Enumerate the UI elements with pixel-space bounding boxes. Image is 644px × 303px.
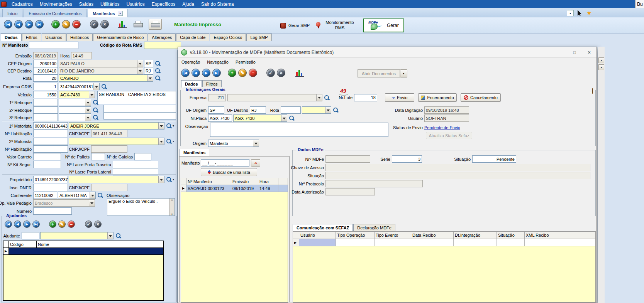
cnpj-cpf2-input[interactable] [91,145,127,153]
manifestos-table-row[interactable]: ▶ SAO/RJO-0000123 08/10/2019 14:49 [181,185,288,192]
status-envio-value[interactable]: Pendente de Envio [424,125,460,130]
mdfe-nav-last-button[interactable]: ▶| [212,69,221,77]
cancelamento-button[interactable]: Cancelamento [461,93,501,102]
cep-origem-cidade-combo[interactable]: SAO PAULO [59,60,143,67]
situacao2-input[interactable] [325,172,590,179]
menu-cadastros[interactable]: Cadastros [8,1,36,8]
print-preview-button[interactable] [149,19,162,30]
ajudantes-cancel-button[interactable]: × [94,221,102,228]
ajudante-combo[interactable] [40,232,114,239]
ajudantes-nav-next-button[interactable]: ▶ [23,221,31,228]
ajudantes-confirm-button[interactable]: ✓ [85,221,92,228]
scroll-down-icon[interactable]: ▼ [171,213,173,215]
kit-segur-input[interactable] [33,161,61,168]
menu-usuarios[interactable]: Usuários [123,1,148,8]
pallets-input[interactable] [91,153,105,160]
codigo-rota-rms-input[interactable] [144,42,181,49]
menu-especificos[interactable]: Específicos [148,1,179,8]
col-nome[interactable]: Nome [37,241,163,247]
reboque2-search-icon[interactable] [92,107,99,113]
reboque1-search-icon[interactable] [92,99,99,106]
uf-origem-input[interactable]: SP [208,106,224,114]
valor-carreto-input[interactable] [33,153,61,160]
conferente-search-icon[interactable] [97,192,103,199]
buscar-de-uma-lista-button[interactable]: Buscar de uma lista [201,168,257,176]
menu-permissao[interactable]: Permissão [232,59,259,66]
mdfe-cancel-button[interactable]: × [277,69,285,77]
abrir-documentos-combo[interactable]: Abrir Documentos [358,69,400,77]
dropdown-arrow-icon[interactable] [90,192,95,199]
rota-mdfe-search-icon[interactable] [332,107,339,113]
envio-button[interactable]: ➔Envio [385,93,414,102]
proprietario-search-button[interactable]: ▾ [166,176,174,183]
col-hora[interactable]: Hora [258,178,278,185]
nro-mdfe-input[interactable] [325,155,370,163]
scroll-up-icon[interactable]: ▲ [171,199,173,201]
manifesto-mask-input[interactable]: __/__-______ [201,159,249,167]
sefaz-table-body[interactable] [293,246,595,302]
mdfe-nav-prev-button[interactable]: ◀ [192,69,200,77]
nav-prev-button[interactable]: ◀ [14,20,23,29]
serie-input[interactable]: 3 [392,155,422,163]
cep-origem-input[interactable]: 2060100 [33,60,58,67]
dropdown-arrow-icon[interactable] [89,91,95,98]
cep-destino-input[interactable]: 21010410 [33,67,58,74]
empresa-input[interactable]: 211 [208,94,226,101]
rota-mdfe-input[interactable] [281,106,301,114]
add-button[interactable]: + [51,20,60,29]
col-dt-integracao[interactable]: Dt.Integração [454,232,497,239]
ajudantes-delete-button[interactable]: − [68,221,75,228]
cep-origem-search-icon[interactable] [154,60,161,67]
scroll-dropdown-button[interactable]: ▾ [598,57,604,63]
menu-ajuda[interactable]: Ajuda [179,1,198,8]
reboque3-input[interactable] [33,114,58,121]
ajudantes-add-button[interactable]: + [49,221,56,228]
pointer-tool-icon[interactable] [578,10,583,16]
cancel-button[interactable]: × [100,20,109,29]
nro-manifesto-input[interactable] [29,42,78,49]
col-situacao[interactable]: Situação [497,232,525,239]
usuario-input[interactable]: SOFTRAN [424,114,469,122]
dropdown-arrow-icon[interactable] [85,107,91,113]
col-usuario[interactable]: Usuário [299,232,336,239]
tab-manifestos[interactable]: Manifestos × [88,9,127,17]
minimize-button[interactable]: — [552,47,567,57]
ajudante-search-icon[interactable] [115,232,122,239]
abrir-documentos-dropdown-button[interactable]: ▾ [400,69,407,77]
encerramento-button[interactable]: Encerramento [418,93,457,102]
reboque3-search-icon[interactable] [92,114,99,121]
mdfe-nav-first-button[interactable]: |◀ [181,69,190,77]
cnpj-cpf3-input[interactable] [91,184,127,191]
mdfe-chart-icon[interactable] [295,69,304,77]
conferente-combo[interactable]: ALBERTO MA [58,192,96,199]
dropdown-arrow-icon[interactable] [253,140,259,146]
col-tipo-operacao[interactable]: Tipo Operação [336,232,375,239]
motorista1-input[interactable]: 00006141136443 [33,122,68,130]
hora-input[interactable]: 14:49 [71,52,92,59]
tab-log-smp[interactable]: Log SMP [246,34,271,41]
data-autorizacao-input[interactable] [325,188,375,195]
ajudantes-nav-prev-button[interactable]: ◀ [14,221,21,228]
sefaz-table-row[interactable]: ▶ [293,239,595,246]
atualiza-status-sefaz-button[interactable]: Atualiza Status Sefaz [426,132,472,139]
nav-first-button[interactable]: |◀ [4,20,12,29]
tab-overflow-button[interactable]: ▾ [567,10,574,16]
mdfe-delete-button[interactable]: − [249,69,257,77]
right-scrollbar[interactable]: ▾ ▲ [598,47,605,303]
rota-combo[interactable]: CAS/RJO [59,74,153,82]
menu-navegacao[interactable]: Navegação [203,59,232,66]
reboque2-input[interactable] [33,106,58,114]
mdfe-edit-button[interactable]: ✎ [238,69,247,77]
monitoramento-rms-button[interactable]: Monitoramento RMS [316,20,357,31]
gerar-button[interactable]: MDFe Gerar [363,19,404,32]
dropdown-arrow-icon[interactable] [85,99,91,106]
proprietario-combo[interactable] [69,176,164,183]
tab-alteracoes[interactable]: Alterações [148,34,176,41]
dropdown-arrow-icon[interactable] [85,114,91,121]
scroll-up-button[interactable]: ▲ [598,64,604,70]
chart-icon[interactable] [118,20,127,28]
op-vale-pedagio-combo[interactable]: Bradesco [33,199,95,207]
nr-placa-combo[interactable]: AGX-7430 [233,114,287,122]
menu-operacao[interactable]: Operação [178,59,203,66]
situacao-mdfe-input[interactable]: Pendente [472,155,516,163]
